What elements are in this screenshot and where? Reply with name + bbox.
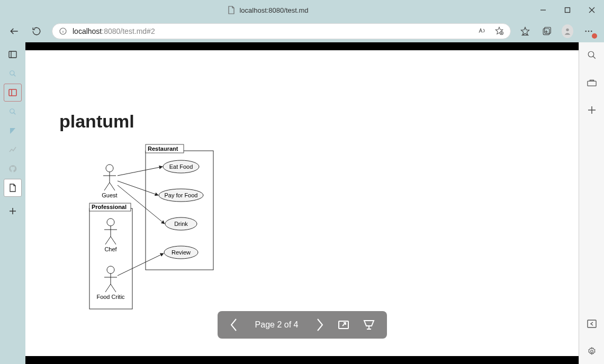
slide-pager: Page 2 of 4 xyxy=(218,311,387,339)
plantuml-diagram: Restaurant Eat Food Pay for Food Drink R… xyxy=(59,140,218,310)
svg-rect-28 xyxy=(9,89,16,96)
svg-point-48 xyxy=(107,219,114,226)
content-frame: plantuml Restaurant Eat Food Pay for Foo… xyxy=(25,42,579,364)
svg-rect-67 xyxy=(588,320,596,327)
read-aloud-icon[interactable] xyxy=(477,26,487,37)
page-indicator: Page 2 of 4 xyxy=(251,320,302,330)
sidebar-add-button[interactable] xyxy=(4,202,22,220)
actor-food-critic: Food Critic xyxy=(96,266,125,300)
sidebar-slide-icon[interactable] xyxy=(4,84,22,102)
svg-marker-13 xyxy=(521,28,529,35)
svg-line-51 xyxy=(105,236,111,244)
app-body: plantuml Restaurant Eat Food Pay for Foo… xyxy=(0,42,604,364)
more-menu-button[interactable] xyxy=(583,25,594,37)
svg-point-53 xyxy=(107,266,114,274)
avatar-icon xyxy=(562,24,573,38)
tab-title: localhost:8080/test.md xyxy=(239,6,308,14)
svg-rect-24 xyxy=(9,51,16,58)
svg-line-63 xyxy=(593,56,596,59)
svg-point-68 xyxy=(590,350,593,353)
svg-point-23 xyxy=(591,31,592,32)
assoc-guest-pay xyxy=(118,181,158,195)
url-host: localhost xyxy=(73,27,102,35)
svg-point-22 xyxy=(588,31,590,32)
actor-chef: Chef xyxy=(104,219,118,252)
favorite-icon[interactable] xyxy=(494,26,504,37)
active-tab[interactable]: localhost:8080/test.md xyxy=(220,3,315,17)
sidebar-file-icon[interactable] xyxy=(4,179,22,197)
svg-point-41 xyxy=(106,165,113,172)
url-path: /test.md#2 xyxy=(120,27,155,35)
next-page-button[interactable] xyxy=(315,317,324,333)
browser-titlebar: localhost:8080/test.md xyxy=(0,0,604,20)
actor-chef-label: Chef xyxy=(104,246,117,252)
sidebar-chart-icon[interactable] xyxy=(4,141,22,159)
diagram-system-label: Restaurant xyxy=(148,145,178,152)
document-canvas: plantuml Restaurant Eat Food Pay for Foo… xyxy=(25,50,579,356)
svg-point-20 xyxy=(566,29,569,31)
actor-food-critic-label: Food Critic xyxy=(96,294,125,300)
sidebar-github-icon[interactable] xyxy=(4,160,22,178)
assoc-critic-review xyxy=(118,253,164,276)
url-port: :8080 xyxy=(102,27,120,35)
minimize-button[interactable] xyxy=(531,0,555,20)
site-info-icon[interactable] xyxy=(59,27,67,35)
diagram-group-label: Professional xyxy=(92,204,127,210)
close-button[interactable] xyxy=(580,0,604,20)
edge-add-icon[interactable] xyxy=(585,104,598,116)
edge-search-icon[interactable] xyxy=(585,49,598,61)
fullscreen-button[interactable] xyxy=(337,319,350,331)
usecase-pay-for-food: Pay for Food xyxy=(165,192,198,198)
svg-line-45 xyxy=(110,183,115,190)
favorites-bar-icon[interactable] xyxy=(519,25,531,37)
browser-extra-toolbar xyxy=(519,25,597,37)
usecase-eat-food: Eat Food xyxy=(169,163,193,170)
svg-point-62 xyxy=(588,51,594,57)
prev-page-button[interactable] xyxy=(229,317,239,333)
page-title: plantuml xyxy=(59,111,134,132)
svg-point-26 xyxy=(10,71,14,75)
usecase-review: Review xyxy=(172,249,191,256)
browser-toolbar: localhost:8080/test.md#2 xyxy=(0,20,604,42)
profile-icon[interactable] xyxy=(562,25,573,37)
address-bar[interactable]: localhost:8080/test.md#2 xyxy=(52,23,511,39)
back-button[interactable] xyxy=(7,24,21,38)
svg-point-30 xyxy=(10,109,14,113)
sidebar-bookmark-icon[interactable] xyxy=(4,122,22,140)
refresh-button[interactable] xyxy=(30,24,43,38)
svg-line-31 xyxy=(14,113,16,115)
tab-strip: localhost:8080/test.md xyxy=(5,0,531,20)
svg-line-27 xyxy=(14,75,16,77)
sidebar-search-icon[interactable] xyxy=(4,65,22,83)
omnibox-trail xyxy=(477,26,504,37)
svg-rect-17 xyxy=(545,28,551,34)
actor-guest: Guest xyxy=(102,165,117,198)
maximize-button[interactable] xyxy=(555,0,580,20)
edge-settings-icon[interactable] xyxy=(585,345,598,358)
presentation-mode-button[interactable] xyxy=(363,319,375,331)
notification-badge-icon xyxy=(592,33,597,39)
svg-marker-59 xyxy=(364,321,374,326)
left-sidebar xyxy=(0,42,25,364)
url-text: localhost:8080/test.md#2 xyxy=(73,27,472,35)
svg-line-57 xyxy=(111,284,116,292)
sidebar-panel-toggle[interactable] xyxy=(4,46,22,63)
sidebar-find-icon[interactable] xyxy=(4,103,22,121)
svg-marker-32 xyxy=(10,128,15,134)
svg-line-52 xyxy=(111,236,116,244)
edge-tools-icon[interactable] xyxy=(585,76,598,89)
letterbox-bottom xyxy=(25,356,579,364)
file-icon xyxy=(228,6,235,14)
actor-guest-label: Guest xyxy=(102,192,117,198)
right-sidebar xyxy=(579,42,604,364)
usecase-drink: Drink xyxy=(174,221,188,227)
edge-collapse-icon[interactable] xyxy=(585,317,598,330)
letterbox-top xyxy=(25,42,579,50)
svg-line-44 xyxy=(104,183,110,190)
svg-rect-64 xyxy=(587,81,596,86)
svg-point-21 xyxy=(585,31,587,32)
collections-icon[interactable] xyxy=(540,25,552,37)
svg-rect-1 xyxy=(565,8,570,13)
assoc-guest-eatfood xyxy=(118,167,163,176)
svg-line-56 xyxy=(105,284,111,292)
